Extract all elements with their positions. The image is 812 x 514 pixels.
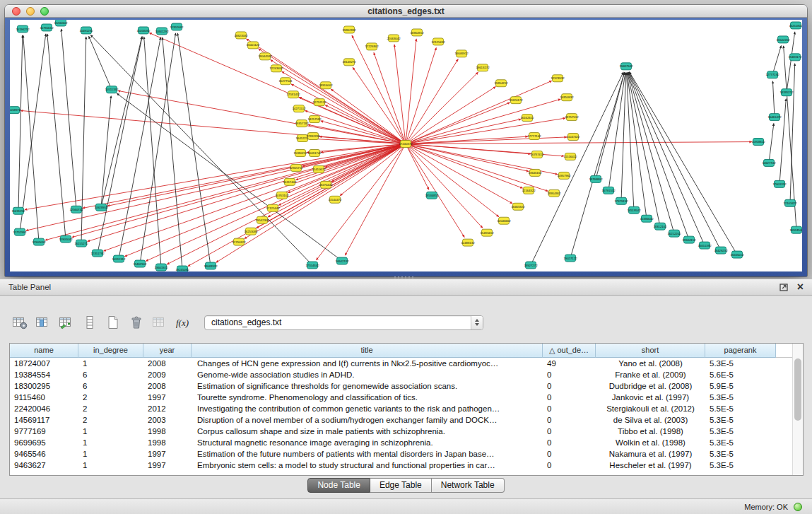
graph-node[interactable] xyxy=(567,114,577,121)
graph-node[interactable] xyxy=(775,180,785,187)
graph-node[interactable] xyxy=(96,204,107,211)
table-row[interactable]: 1456911722003Disruption of a novel membe… xyxy=(10,414,803,426)
graph-node[interactable] xyxy=(669,230,680,237)
graph-node[interactable] xyxy=(157,28,167,35)
graph-node[interactable] xyxy=(177,266,188,271)
graph-node[interactable] xyxy=(778,36,789,43)
table-row[interactable]: 969969511998Structural magnetic resonanc… xyxy=(10,437,803,448)
graph-node[interactable] xyxy=(268,204,278,211)
graph-node[interactable] xyxy=(511,97,522,104)
graph-node[interactable] xyxy=(288,91,299,98)
graph-node[interactable] xyxy=(530,169,541,176)
delete-table-icon[interactable] xyxy=(128,315,145,330)
graph-node[interactable] xyxy=(135,260,146,267)
graph-node[interactable] xyxy=(753,139,764,146)
graph-node[interactable] xyxy=(565,255,576,262)
graph-node[interactable] xyxy=(13,207,24,214)
graph-node[interactable] xyxy=(513,203,524,210)
table-row[interactable]: 1830029562008Estimation of significance … xyxy=(10,380,803,392)
graph-node[interactable] xyxy=(591,175,601,182)
graph-node[interactable] xyxy=(61,235,71,243)
graph-node[interactable] xyxy=(310,116,320,123)
create-table-icon[interactable] xyxy=(105,315,122,330)
graph-node[interactable] xyxy=(139,27,149,34)
column-header-year[interactable]: year xyxy=(143,344,192,358)
graph-node[interactable] xyxy=(401,141,411,148)
table-row[interactable]: 1872400712008Changes of HCN gene express… xyxy=(10,358,803,369)
tab-network-table[interactable]: Network Table xyxy=(432,478,505,493)
graph-node[interactable] xyxy=(310,149,320,156)
graph-node[interactable] xyxy=(307,262,318,269)
function-builder-icon[interactable]: f(x) xyxy=(175,315,192,330)
graph-node[interactable] xyxy=(716,247,726,254)
graph-node[interactable] xyxy=(297,120,307,127)
graph-node[interactable] xyxy=(10,107,20,114)
graph-node[interactable] xyxy=(291,164,302,171)
graph-node[interactable] xyxy=(621,63,632,70)
graph-node[interactable] xyxy=(156,264,167,271)
table-row[interactable]: 1938455462009Genome-wide association stu… xyxy=(10,369,803,380)
graph-node[interactable] xyxy=(524,187,534,194)
graph-node[interactable] xyxy=(308,133,319,140)
graph-node[interactable] xyxy=(330,196,341,203)
graph-node[interactable] xyxy=(34,238,45,245)
graph-node[interactable] xyxy=(257,216,268,223)
import-table-icon[interactable] xyxy=(151,315,168,330)
graph-node[interactable] xyxy=(532,151,543,158)
graph-node[interactable] xyxy=(782,89,792,96)
column-header-short[interactable]: short xyxy=(596,344,705,358)
graph-node[interactable] xyxy=(337,257,348,264)
graph-node[interactable] xyxy=(655,223,666,230)
table-row[interactable]: 2242004622012Investigating the contribut… xyxy=(10,403,803,414)
graph-node[interactable] xyxy=(764,159,775,166)
graph-node[interactable] xyxy=(114,255,124,262)
graph-node[interactable] xyxy=(281,78,291,85)
graph-node[interactable] xyxy=(522,115,533,122)
graph-node[interactable] xyxy=(792,226,802,233)
scrollbar-thumb[interactable] xyxy=(794,358,801,421)
graph-node[interactable] xyxy=(321,82,331,89)
graph-node[interactable] xyxy=(344,59,355,66)
table-row[interactable]: 977716911998Corpus callosum shape and si… xyxy=(10,426,803,437)
graph-node[interactable] xyxy=(433,38,444,45)
column-header-out_degree[interactable]: △ out_de… xyxy=(543,344,596,358)
graph-node[interactable] xyxy=(562,94,572,101)
graph-node[interactable] xyxy=(93,250,103,257)
graph-node[interactable] xyxy=(236,32,247,39)
graph-node[interactable] xyxy=(314,165,324,173)
graph-node[interactable] xyxy=(271,65,282,72)
graph-node[interactable] xyxy=(260,53,271,60)
graph-node[interactable] xyxy=(499,217,510,224)
graph-node[interactable] xyxy=(321,181,331,188)
graph-node[interactable] xyxy=(770,114,780,121)
graph-node[interactable] xyxy=(285,178,295,185)
column-header-name[interactable]: name xyxy=(10,344,78,358)
row-height-icon[interactable] xyxy=(81,315,98,330)
graph-node[interactable] xyxy=(616,197,627,204)
network-window-titlebar[interactable]: citations_edges.txt xyxy=(5,5,807,18)
graph-node[interactable] xyxy=(732,251,743,258)
graph-node[interactable] xyxy=(412,29,423,36)
graph-node[interactable] xyxy=(344,26,355,33)
table-row[interactable]: 946362711997Embryonic stem cells: a mode… xyxy=(10,460,803,471)
graph-node[interactable] xyxy=(172,23,182,30)
graph-node[interactable] xyxy=(389,35,399,42)
column-header-title[interactable]: title xyxy=(192,344,543,358)
graph-node[interactable] xyxy=(206,262,216,269)
float-panel-button[interactable] xyxy=(779,283,789,291)
graph-node[interactable] xyxy=(56,20,66,26)
graph-node[interactable] xyxy=(553,75,563,82)
table-row[interactable]: 946554611997Estimation of the future num… xyxy=(10,448,803,460)
show-columns-icon[interactable] xyxy=(35,315,52,330)
network-canvas[interactable]: 1724037218823582160011221804458212243402… xyxy=(10,20,802,271)
graph-node[interactable] xyxy=(526,262,536,269)
graph-node[interactable] xyxy=(568,134,579,141)
graph-node[interactable] xyxy=(642,215,652,222)
graph-node[interactable] xyxy=(529,133,540,140)
graph-node[interactable] xyxy=(295,149,306,156)
tab-edge-table[interactable]: Edge Table xyxy=(370,478,432,493)
graph-node[interactable] xyxy=(246,228,257,235)
graph-node[interactable] xyxy=(790,54,801,61)
graph-node[interactable] xyxy=(482,229,493,236)
graph-node[interactable] xyxy=(559,172,570,179)
